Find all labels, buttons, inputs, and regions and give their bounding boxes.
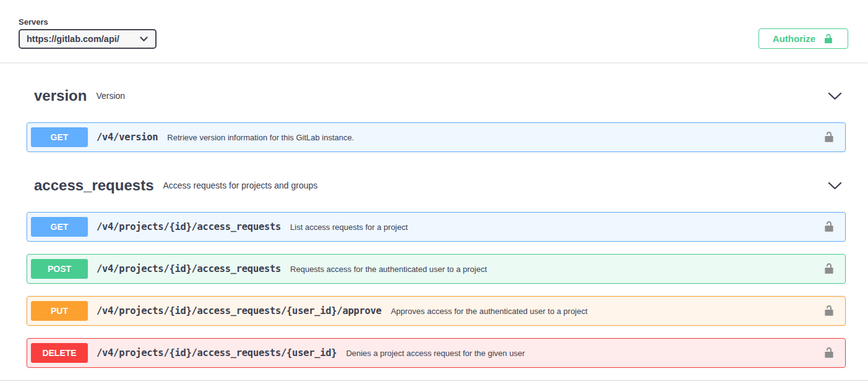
lock-icon [823, 131, 835, 143]
chevron-down-icon [828, 92, 842, 100]
operation-row[interactable]: PUT /v4/projects/{id}/access_requests/{u… [27, 296, 846, 326]
operation-summary: List access requests for a project [290, 223, 408, 232]
lock-icon [823, 305, 835, 317]
api-sections: version Version GET /v4/version Retrieve… [0, 81, 868, 368]
section-title: access_requests [34, 177, 153, 194]
operation-row[interactable]: GET /v4/projects/{id}/access_requests Li… [27, 212, 846, 242]
lock-icon [823, 347, 835, 359]
operation-summary: Retrieve version information for this Gi… [167, 133, 354, 142]
operation-summary: Requests access for the authenticated us… [290, 265, 487, 274]
auth-lock-button[interactable] [819, 344, 839, 362]
method-badge: POST [31, 259, 88, 279]
scheme-container: Servers https://gitlab.com/api/ Authoriz… [0, 0, 868, 62]
lock-icon [823, 263, 835, 275]
chevron-down-icon [828, 182, 842, 190]
authorize-label: Authorize [773, 33, 815, 44]
operation-path: /v4/projects/{id}/access_requests [97, 221, 281, 232]
operation-path: /v4/projects/{id}/access_requests [97, 263, 281, 274]
section-description: Access requests for projects and groups [163, 180, 317, 190]
authorize-button[interactable]: Authorize [758, 28, 848, 49]
auth-lock-button[interactable] [819, 302, 839, 320]
operations: GET /v4/projects/{id}/access_requests Li… [27, 212, 846, 368]
servers-select[interactable]: https://gitlab.com/api/ [19, 29, 157, 49]
lock-icon [823, 221, 835, 233]
operation-path: /v4/projects/{id}/access_requests/{user_… [97, 305, 382, 316]
operation-path: /v4/projects/{id}/access_requests/{user_… [97, 347, 337, 359]
servers-selected-value: https://gitlab.com/api/ [27, 34, 119, 44]
operation-summary: Approves access for the authenticated us… [391, 307, 588, 316]
method-badge: PUT [31, 301, 88, 321]
method-badge: GET [31, 217, 88, 237]
operations: GET /v4/version Retrieve version informa… [27, 122, 846, 152]
api-section: version Version GET /v4/version Retrieve… [27, 81, 846, 152]
operation-row[interactable]: POST /v4/projects/{id}/access_requests R… [27, 254, 846, 284]
auth-lock-button[interactable] [819, 129, 839, 146]
servers-label: Servers [19, 17, 157, 27]
api-section: access_requests Access requests for proj… [27, 171, 846, 368]
method-badge: DELETE [31, 343, 88, 363]
operation-row[interactable]: DELETE /v4/projects/{id}/access_requests… [27, 338, 846, 368]
operation-summary: Denies a project access request for the … [346, 349, 525, 358]
section-title: version [34, 87, 87, 104]
section-header[interactable]: version Version [27, 81, 846, 111]
operation-path: /v4/version [97, 132, 158, 143]
auth-lock-button[interactable] [819, 260, 839, 278]
operation-row[interactable]: GET /v4/version Retrieve version informa… [27, 122, 846, 152]
section-toggle-button[interactable] [825, 90, 844, 103]
section-toggle-button[interactable] [825, 179, 844, 192]
unlock-icon [823, 33, 834, 45]
section-header[interactable]: access_requests Access requests for proj… [27, 171, 846, 201]
section-description: Version [96, 91, 125, 101]
chevron-down-icon [140, 36, 148, 42]
method-badge: GET [31, 127, 88, 147]
servers-section: Servers https://gitlab.com/api/ [19, 17, 157, 49]
auth-lock-button[interactable] [819, 218, 839, 236]
